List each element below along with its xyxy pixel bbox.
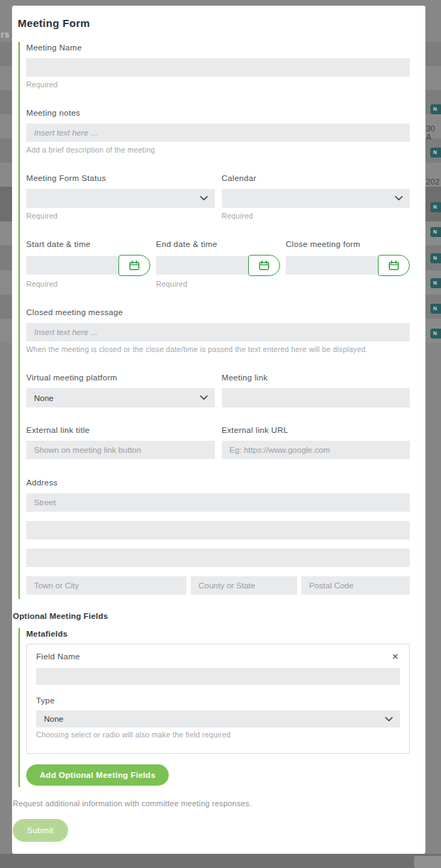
address-postal-input[interactable] [301,576,410,595]
status-badge: N [430,304,441,314]
closed-meeting-message-helper: When the meeting is closed or the close … [26,346,410,353]
virtual-meeting-platform-value: None [34,394,54,402]
meeting-form-status-label: Meeting Form Status [26,174,215,183]
meeting-notes-input[interactable] [26,123,410,142]
meeting-link-input[interactable] [222,388,411,407]
calendar-group: Calendar Required [222,174,411,220]
close-meeting-form-group: Close meeting form [286,240,410,288]
meeting-link-label: Meeting link [222,373,411,383]
external-link-title-group: External link title [26,426,215,459]
meeting-notes-label: Meeting notes [26,109,410,118]
status-badge: N [430,227,441,237]
background-clipped-button [414,856,441,868]
close-meeting-form-input[interactable] [286,256,378,275]
chevron-down-icon [385,717,393,722]
meeting-name-helper: Required [26,81,410,89]
modal-title: Meeting Form [18,16,425,30]
start-date-picker-button[interactable] [118,255,150,276]
address-line3-input[interactable] [26,549,410,567]
platform-link-row: Virtual meeting platform None Meeting li… [26,373,410,407]
status-badge: N [430,202,441,212]
meeting-form-status-helper: Required [26,212,215,220]
calendar-icon [389,260,399,270]
external-link-row: External link title External link URL [26,426,410,459]
optional-meeting-fields-heading: Optional Meeting Fields [13,612,425,621]
type-helper: Choosing select or radio will also make … [36,731,400,739]
external-link-url-group: External link URL [222,426,411,459]
remove-metafield-icon[interactable]: ✕ [391,652,400,661]
meeting-link-group: Meeting link [222,373,411,407]
type-select[interactable]: None [36,710,400,727]
add-optional-meeting-fields-button[interactable]: Add Optional Meeting Fields [26,764,169,786]
meeting-name-label: Meeting Name [26,43,410,53]
chevron-down-icon [395,196,403,201]
meeting-notes-helper: Add a brief description of the meeting [26,146,410,154]
calendar-label: Calendar [222,174,411,183]
status-badge: N [430,329,441,339]
background-clipped-time: 30 A [426,124,441,141]
start-date-label: Start date & time [26,240,150,249]
background-clipped-text-left: rs [1,30,9,40]
background-clipped-year: 202 [426,177,440,186]
closed-meeting-message-group: Closed meeting message When the meeting … [26,308,410,353]
chevron-down-icon [200,395,208,400]
meeting-notes-group: Meeting notes Add a brief description of… [26,109,410,154]
external-link-title-input[interactable] [26,441,215,459]
meeting-form-section: Meeting Name Required Meeting notes Add … [18,42,410,599]
address-town-input[interactable] [26,576,186,595]
calendar-icon [259,260,269,270]
external-link-url-input[interactable] [222,441,411,459]
type-value: None [44,715,64,723]
address-label: Address [26,478,410,488]
end-date-input[interactable] [156,256,248,275]
optional-meeting-fields-section: Metafields Field Name ✕ Type None Choosi… [18,628,410,787]
status-badge: N [430,253,441,263]
address-group: Address [26,478,410,595]
meeting-form-status-group: Meeting Form Status Required [26,174,215,220]
calendar-icon [129,260,140,270]
start-date-helper: Required [26,280,150,288]
external-link-title-label: External link title [26,426,215,435]
submit-button[interactable]: Submit [13,819,68,842]
close-meeting-form-label: Close meeting form [286,240,410,249]
virtual-meeting-platform-label: Virtual meeting platform [26,373,215,383]
start-date-input[interactable] [26,256,118,275]
external-link-url-label: External link URL [222,426,411,435]
close-meeting-form-picker-button[interactable] [378,255,410,276]
field-name-label: Field Name [36,652,80,661]
status-badge: N [430,148,441,158]
meeting-name-group: Meeting Name Required [26,43,410,89]
optional-fields-note: Request additional information with comm… [13,799,425,808]
address-county-input[interactable] [191,576,297,595]
address-street-input[interactable] [26,493,410,512]
end-date-picker-button[interactable] [248,255,280,276]
type-label: Type [36,696,400,705]
field-name-input[interactable] [36,668,400,685]
status-calendar-row: Meeting Form Status Required Calendar Re… [26,174,410,220]
status-badge: N [430,104,441,114]
end-date-label: End date & time [156,240,280,249]
dates-row: Start date & time Required End da [26,240,410,288]
status-badge: N [430,278,441,288]
calendar-select[interactable] [222,189,411,208]
closed-meeting-message-label: Closed meeting message [26,308,410,317]
closed-meeting-message-input[interactable] [26,323,410,341]
address-line2-input[interactable] [26,521,410,539]
virtual-meeting-platform-select[interactable]: None [26,388,215,407]
end-date-helper: Required [156,280,280,288]
virtual-meeting-platform-group: Virtual meeting platform None [26,373,215,407]
end-date-group: End date & time Required [156,240,280,288]
meeting-name-input[interactable] [26,58,410,77]
address-city-row [26,576,410,595]
meeting-form-status-select[interactable] [26,189,215,208]
metafields-label: Metafields [26,630,410,639]
chevron-down-icon [200,196,208,201]
meeting-form-modal: Meeting Form Meeting Name Required Meeti… [12,6,425,854]
metafield-card: Field Name ✕ Type None Choosing select o… [26,644,410,754]
calendar-helper: Required [222,212,411,220]
start-date-group: Start date & time Required [26,240,150,288]
